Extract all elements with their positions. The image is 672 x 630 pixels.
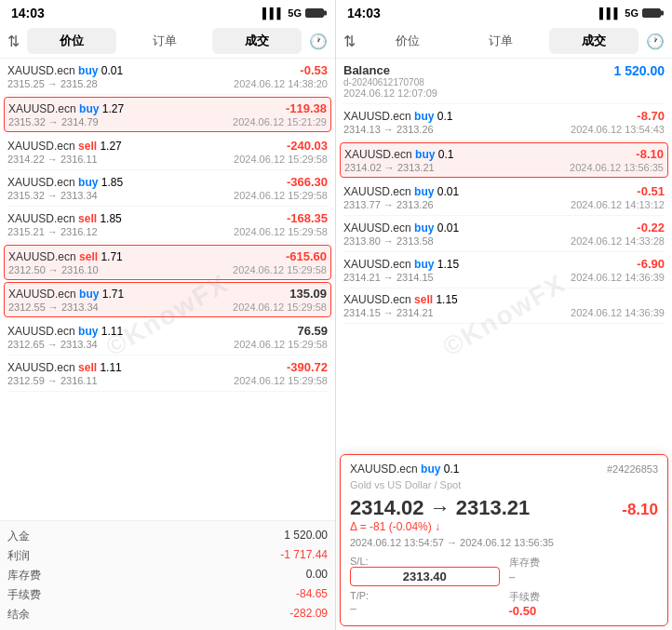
right-panel: ©KnowFX 14:03 ▌▌▌ 5G ⇅ 价位 订单 成交 🕐 Balanc…: [336, 0, 672, 630]
price-range: 2314.13 → 2313.26: [343, 124, 434, 135]
table-row[interactable]: XAUUSD.ecn sell 1.11 -390.72 2312.59 → 2…: [7, 355, 328, 392]
summary-value: -1 717.44: [280, 548, 328, 564]
price-range: 2314.22 → 2316.11: [7, 154, 98, 165]
left-tab-bar: ⇅ 价位 订单 成交 🕐: [0, 24, 335, 59]
tab-dingdan-right[interactable]: 订单: [456, 28, 545, 54]
battery-icon: [642, 8, 661, 18]
pnl-value: 135.09: [289, 287, 327, 301]
pnl-value: -0.22: [637, 221, 665, 235]
tab-chengjiao[interactable]: 成交: [212, 28, 302, 54]
table-row[interactable]: XAUUSD.ecn buy 0.01 -0.51 2313.77 → 2313…: [343, 180, 665, 216]
instrument-label: XAUUSD.ecn buy 0.1: [344, 148, 453, 161]
popup-price: 2314.02 → 2313.21: [350, 496, 530, 520]
tab-jiwei[interactable]: 价位: [27, 28, 116, 54]
sort-icon[interactable]: ⇅: [343, 33, 356, 50]
instrument-label: XAUUSD.ecn sell 1.15: [343, 293, 458, 306]
popup-price-row: 2314.02 → 2313.21 -8.10: [350, 496, 658, 520]
tab-jiwei-right[interactable]: 价位: [363, 28, 452, 54]
popup-delta: Δ = -81 (-0.04%) ↓: [350, 520, 658, 533]
table-row[interactable]: XAUUSD.ecn buy 0.01 -0.53 2315.25 → 2315…: [7, 59, 328, 95]
balance-info: Balance d-20240612170708 2024.06.12 12:0…: [343, 63, 437, 99]
pnl-value: -119.38: [286, 101, 327, 115]
signal-bars-icon: ▌▌▌: [262, 7, 284, 19]
price-range: 2315.21 → 2316.12: [7, 226, 98, 237]
table-row[interactable]: XAUUSD.ecn buy 1.15 -6.90 2314.21 → 2314…: [343, 252, 665, 288]
trade-date: 2024.06.12 15:29:58: [233, 302, 327, 313]
trade-date: 2024.06.12 13:54:43: [571, 124, 665, 135]
right-status-bar: 14:03 ▌▌▌ 5G: [336, 0, 672, 24]
pnl-value: -0.51: [637, 184, 665, 198]
popup-tp-field: T/P: –: [350, 590, 500, 618]
trade-date: 2024.06.12 15:29:58: [234, 190, 328, 201]
table-row[interactable]: XAUUSD.ecn sell 1.15 2314.15 → 2314.21 2…: [343, 288, 665, 324]
popup-instrument: XAUUSD.ecn buy 0.1: [350, 462, 459, 476]
trade-date: 2024.06.12 14:36:39: [571, 272, 665, 283]
instrument-label: XAUUSD.ecn sell 1.11: [7, 361, 122, 374]
price-range: 2312.65 → 2313.34: [7, 339, 98, 350]
popup-dates: 2024.06.12 13:54:57 → 2024.06.12 13:56:3…: [350, 537, 658, 548]
storage-label: 库存费: [509, 556, 659, 570]
instrument-label: XAUUSD.ecn buy 0.1: [343, 110, 452, 123]
pnl-value: -0.53: [300, 63, 328, 77]
instrument-label: XAUUSD.ecn buy 1.11: [7, 325, 123, 338]
instrument-label: XAUUSD.ecn buy 1.27: [8, 102, 124, 115]
trade-date: 2024.06.12 14:33:28: [571, 235, 665, 247]
price-range: 2315.32 → 2313.34: [7, 190, 98, 201]
left-panel: ©KnowFX 14:03 ▌▌▌ 5G ⇅ 价位 订单 成交 🕐 X: [0, 0, 336, 630]
popup-order-id: #24226853: [607, 463, 658, 475]
price-range: 2315.25 → 2315.28: [7, 78, 98, 89]
commission-value: -0.50: [509, 604, 659, 618]
table-row[interactable]: XAUUSD.ecn buy 0.1 -8.70 2314.13 → 2313.…: [343, 104, 665, 141]
popup-storage-field: 库存费 –: [509, 556, 659, 586]
left-status-bar: 14:03 ▌▌▌ 5G: [0, 0, 335, 24]
clock-icon-right[interactable]: 🕐: [646, 33, 665, 50]
trade-date: 2024.06.12 15:29:58: [234, 226, 328, 237]
table-row[interactable]: XAUUSD.ecn buy 0.1 -8.10 2314.02 → 2313.…: [340, 142, 668, 178]
popup-pnl: -8.10: [622, 501, 658, 519]
tp-value: –: [350, 601, 500, 615]
table-row[interactable]: XAUUSD.ecn sell 1.85 -168.35 2315.21 → 2…: [7, 207, 328, 243]
balance-sub: d-20240612170708: [343, 77, 437, 87]
trade-date: 2024.06.12 15:29:58: [234, 375, 328, 386]
pnl-value: 76.59: [297, 324, 328, 338]
clock-icon[interactable]: 🕐: [309, 33, 328, 50]
popup-header: XAUUSD.ecn buy 0.1 #24226853: [350, 462, 658, 476]
network-5g-label: 5G: [288, 7, 302, 19]
trade-date: 2024.06.12 15:29:58: [234, 339, 328, 350]
price-range: 2314.21 → 2314.15: [343, 272, 434, 283]
summary-row-jieyu: 结余 -282.09: [7, 605, 328, 624]
popup-sl-field: S/L: 2313.40: [350, 556, 500, 586]
price-range: 2314.02 → 2313.21: [344, 162, 435, 173]
table-row[interactable]: XAUUSD.ecn sell 1.27 -240.03 2314.22 → 2…: [7, 134, 328, 170]
summary-value: 1 520.00: [284, 529, 328, 544]
trade-date: 2024.06.12 14:38:20: [234, 78, 328, 89]
price-range: 2315.32 → 2314.79: [8, 116, 99, 127]
sl-value: 2313.40: [350, 567, 500, 586]
table-row[interactable]: XAUUSD.ecn sell 1.71 -615.60 2312.50 → 2…: [4, 245, 331, 280]
pnl-value: -366.30: [287, 175, 328, 189]
table-row[interactable]: XAUUSD.ecn buy 1.27 -119.38 2315.32 → 23…: [4, 97, 331, 132]
sort-icon[interactable]: ⇅: [7, 33, 20, 50]
instrument-label: XAUUSD.ecn sell 1.27: [7, 140, 122, 153]
instrument-label: XAUUSD.ecn sell 1.71: [8, 250, 123, 263]
sl-label: S/L:: [350, 556, 500, 567]
table-row[interactable]: XAUUSD.ecn buy 1.11 76.59 2312.65 → 2313…: [7, 319, 328, 355]
instrument-label: XAUUSD.ecn buy 1.85: [7, 176, 123, 189]
battery-icon: [305, 8, 324, 18]
price-range: 2313.77 → 2313.26: [343, 199, 434, 210]
balance-date: 2024.06.12 12:07:09: [343, 87, 437, 99]
trade-detail-popup[interactable]: XAUUSD.ecn buy 0.1 #24226853 Gold vs US …: [340, 454, 668, 626]
table-row[interactable]: XAUUSD.ecn buy 1.85 -366.30 2315.32 → 23…: [7, 170, 328, 207]
pnl-value: -8.70: [637, 109, 665, 123]
summary-label: 利润: [7, 548, 30, 564]
tab-dingdan[interactable]: 订单: [120, 28, 209, 54]
signal-bars-icon: ▌▌▌: [599, 7, 621, 19]
pnl-value: -8.10: [636, 147, 664, 161]
pnl-value: -615.60: [286, 249, 327, 263]
table-row[interactable]: XAUUSD.ecn buy 1.71 135.09 2312.55 → 231…: [4, 282, 331, 317]
summary-row-kucun: 库存费 0.00: [7, 566, 328, 585]
table-row[interactable]: XAUUSD.ecn buy 0.01 -0.22 2313.80 → 2313…: [343, 216, 665, 252]
summary-label: 结余: [7, 607, 30, 623]
trade-date: 2024.06.12 14:13:12: [571, 199, 665, 210]
tab-chengjiao-right[interactable]: 成交: [549, 28, 638, 54]
